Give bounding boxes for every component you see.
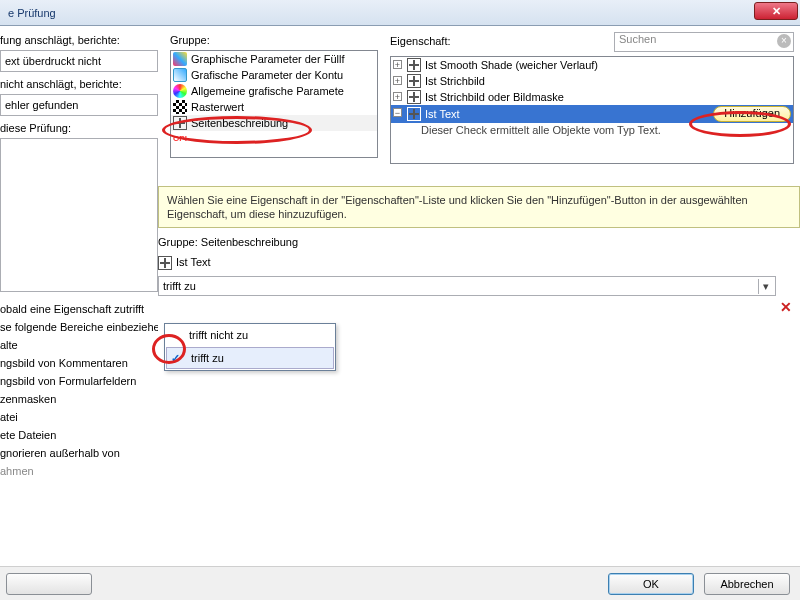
close-icon: ✕ xyxy=(772,5,781,18)
list-item[interactable]: ngsbild von Formularfeldern xyxy=(0,372,158,390)
dialog-footer: OK Abbrechen xyxy=(0,566,800,600)
titlebar: e Prüfung ✕ xyxy=(0,0,800,26)
list-item[interactable]: zenmasken xyxy=(0,390,158,408)
list-item[interactable]: ngsbild von Kommentaren xyxy=(0,354,158,372)
hint-box: Wählen Sie eine Eigenschaft in der "Eige… xyxy=(158,186,800,228)
list-item[interactable]: se folgende Bereiche einbeziehen: xyxy=(0,318,158,336)
list-item[interactable]: gnorieren außerhalb von xyxy=(0,444,158,462)
list-item[interactable]: ete Dateien xyxy=(0,426,158,444)
group-row[interactable]: OPIOPI xyxy=(171,131,377,147)
textarea-check[interactable] xyxy=(0,138,158,292)
left-options-list: obald eine Eigenschaft zutrifft se folge… xyxy=(0,300,158,480)
page-icon xyxy=(407,74,421,88)
expand-icon[interactable]: + xyxy=(393,60,402,69)
palette-icon xyxy=(173,52,187,66)
list-item[interactable]: alte xyxy=(0,336,158,354)
selected-prop-line: Ist Text xyxy=(158,256,800,270)
page-icon xyxy=(407,90,421,104)
search-input[interactable]: Suchen × xyxy=(614,32,794,52)
expand-icon[interactable]: + xyxy=(393,76,402,85)
group-listbox[interactable]: Graphische Parameter der Füllf Grafische… xyxy=(170,50,378,158)
search-placeholder: Suchen xyxy=(619,33,656,45)
condition-dropdown[interactable]: trifft nicht zu ✓ trifft zu xyxy=(164,323,336,371)
window-title: e Prüfung xyxy=(4,7,56,19)
group-row[interactable]: Rasterwert xyxy=(171,99,377,115)
dropdown-option[interactable]: trifft nicht zu xyxy=(165,324,335,346)
palette-icon xyxy=(173,68,187,82)
check-icon: ✓ xyxy=(171,352,183,364)
cancel-button[interactable]: Abbrechen xyxy=(704,573,790,595)
group-row[interactable]: Graphische Parameter der Füllf xyxy=(171,51,377,67)
page-icon xyxy=(407,58,421,72)
property-row-selected[interactable]: −Ist Text Hinzufügen xyxy=(391,105,793,123)
label-nohit-report: nicht anschlägt, berichte: xyxy=(0,78,158,90)
group-row[interactable]: Allgemeine grafische Paramete xyxy=(171,83,377,99)
property-panel: Eigenschaft: Suchen × +Ist Smooth Shade … xyxy=(384,26,800,566)
property-row[interactable]: +Ist Strichbild xyxy=(391,73,793,89)
group-row[interactable]: Grafische Parameter der Kontu xyxy=(171,67,377,83)
property-description: Dieser Check ermittelt alle Objekte vom … xyxy=(391,123,793,137)
collapse-icon[interactable]: − xyxy=(393,108,402,117)
input-hit-report[interactable]: ext überdruckt nicht xyxy=(0,50,158,72)
property-row[interactable]: +Ist Strichbild oder Bildmaske xyxy=(391,89,793,105)
add-button[interactable]: Hinzufügen xyxy=(713,106,791,122)
list-item[interactable]: atei xyxy=(0,408,158,426)
label-hit-report: fung anschlägt, berichte: xyxy=(0,34,158,46)
condition-combo[interactable]: trifft zu ▾ xyxy=(158,276,776,296)
list-item[interactable]: ahmen xyxy=(0,462,158,480)
input-nohit-report[interactable]: ehler gefunden xyxy=(0,94,158,116)
expand-icon[interactable]: + xyxy=(393,92,402,101)
property-listbox[interactable]: +Ist Smooth Shade (weicher Verlauf) +Ist… xyxy=(390,56,794,164)
dropdown-option-selected[interactable]: ✓ trifft zu xyxy=(166,347,334,369)
chevron-down-icon[interactable]: ▾ xyxy=(758,279,773,294)
page-icon xyxy=(173,116,187,130)
label-group: Gruppe: xyxy=(170,34,378,46)
page-icon xyxy=(158,256,172,270)
footer-left-button[interactable] xyxy=(6,573,92,595)
colorwheel-icon xyxy=(173,84,187,98)
list-item[interactable]: obald eine Eigenschaft zutrifft xyxy=(0,300,158,318)
selected-group-line: Gruppe: Seitenbeschreibung xyxy=(158,236,800,248)
group-row-selected[interactable]: Seitenbeschreibung xyxy=(171,115,377,131)
label-this-check: diese Prüfung: xyxy=(0,122,158,134)
left-panel: fung anschlägt, berichte: ext überdruckt… xyxy=(0,26,164,566)
opi-icon: OPI xyxy=(173,132,187,146)
remove-button[interactable]: ✕ xyxy=(778,299,794,315)
checker-icon xyxy=(173,100,187,114)
ok-button[interactable]: OK xyxy=(608,573,694,595)
close-button[interactable]: ✕ xyxy=(754,2,798,20)
label-property: Eigenschaft: xyxy=(390,35,608,47)
property-row[interactable]: +Ist Smooth Shade (weicher Verlauf) xyxy=(391,57,793,73)
page-icon xyxy=(407,107,421,121)
clear-icon[interactable]: × xyxy=(777,34,791,48)
